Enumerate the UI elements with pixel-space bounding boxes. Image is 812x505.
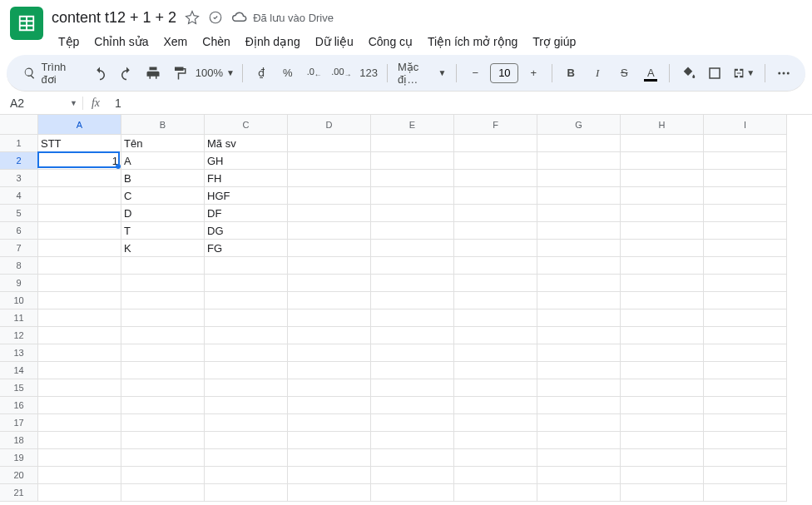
menu-tệp[interactable]: Tệp <box>52 32 86 52</box>
cell[interactable] <box>704 309 787 327</box>
cell[interactable] <box>537 187 621 205</box>
cell[interactable] <box>454 222 537 240</box>
increase-decimal-button[interactable]: .00→ <box>329 62 354 85</box>
cell[interactable] <box>621 292 704 309</box>
cell[interactable] <box>621 240 704 257</box>
cell[interactable] <box>371 170 454 187</box>
cell[interactable] <box>537 327 621 344</box>
cell[interactable] <box>454 467 537 484</box>
menu-định-dạng[interactable]: Định dạng <box>239 32 307 52</box>
row-header[interactable]: 2 <box>0 152 38 170</box>
sheets-logo[interactable] <box>10 7 43 40</box>
cell[interactable] <box>537 240 621 257</box>
cell[interactable] <box>288 222 371 240</box>
row-header[interactable]: 8 <box>0 257 38 275</box>
font-size-increase[interactable]: + <box>522 62 545 85</box>
cell[interactable]: Mã sv <box>205 135 288 152</box>
format-123-button[interactable]: 123 <box>357 62 380 85</box>
cell[interactable] <box>454 170 537 187</box>
cell[interactable] <box>704 397 787 414</box>
menu-dữ-liệu[interactable]: Dữ liệu <box>309 32 360 52</box>
cell[interactable] <box>288 362 371 379</box>
cell[interactable] <box>38 170 121 187</box>
cell[interactable] <box>454 205 537 222</box>
cell[interactable] <box>621 170 704 187</box>
cell[interactable]: T <box>121 222 205 240</box>
cell[interactable] <box>38 362 121 379</box>
cell[interactable] <box>121 484 205 502</box>
cell[interactable] <box>205 379 288 397</box>
row-header[interactable]: 3 <box>0 170 38 187</box>
name-box[interactable] <box>5 95 65 111</box>
menu-công-cụ[interactable]: Công cụ <box>362 32 419 52</box>
cell[interactable] <box>371 152 454 170</box>
cell[interactable]: FH <box>205 170 288 187</box>
column-header[interactable]: G <box>537 115 621 135</box>
cell[interactable] <box>621 135 704 152</box>
cell[interactable] <box>371 292 454 309</box>
cell[interactable] <box>38 327 121 344</box>
cell[interactable] <box>121 344 205 362</box>
cell[interactable] <box>205 344 288 362</box>
cell[interactable] <box>621 449 704 467</box>
fill-color-button[interactable] <box>676 62 700 85</box>
bold-button[interactable]: B <box>559 62 582 85</box>
redo-button[interactable] <box>115 62 138 85</box>
cell[interactable] <box>121 309 205 327</box>
cell[interactable] <box>121 275 205 292</box>
cell[interactable]: D <box>121 205 205 222</box>
row-header[interactable]: 20 <box>0 467 38 484</box>
cell[interactable] <box>537 205 621 222</box>
cell[interactable] <box>537 257 621 275</box>
row-header[interactable]: 13 <box>0 344 38 362</box>
cell[interactable] <box>454 135 537 152</box>
cell[interactable] <box>121 432 205 449</box>
cell[interactable] <box>121 257 205 275</box>
cell[interactable] <box>205 275 288 292</box>
document-title[interactable]: content t12 + 1 + 2 <box>52 9 176 27</box>
cell[interactable] <box>288 187 371 205</box>
column-header[interactable]: A <box>38 115 121 135</box>
cell[interactable]: GH <box>205 152 288 170</box>
column-header[interactable]: B <box>121 115 205 135</box>
cell[interactable]: Tên <box>121 135 205 152</box>
cell[interactable] <box>288 309 371 327</box>
cell[interactable] <box>537 449 621 467</box>
cell[interactable] <box>454 257 537 275</box>
cell[interactable] <box>704 222 787 240</box>
paint-format-button[interactable] <box>168 62 191 85</box>
column-header[interactable]: I <box>704 115 787 135</box>
cell[interactable] <box>454 449 537 467</box>
cell[interactable]: A <box>121 152 205 170</box>
merge-cells-button[interactable]: ▼ <box>730 62 758 85</box>
cell[interactable] <box>288 467 371 484</box>
text-color-button[interactable]: A <box>639 62 662 85</box>
cell[interactable] <box>537 379 621 397</box>
cell[interactable] <box>621 344 704 362</box>
cell[interactable] <box>121 379 205 397</box>
borders-button[interactable] <box>703 62 726 85</box>
cell[interactable] <box>371 467 454 484</box>
cell[interactable] <box>38 309 121 327</box>
decrease-decimal-button[interactable]: .0← <box>303 62 326 85</box>
cell[interactable] <box>454 432 537 449</box>
cell[interactable] <box>621 309 704 327</box>
cell[interactable]: DF <box>205 205 288 222</box>
cell[interactable] <box>704 484 787 502</box>
row-header[interactable]: 5 <box>0 205 38 222</box>
cell[interactable] <box>621 362 704 379</box>
cell[interactable] <box>371 484 454 502</box>
cell[interactable] <box>621 397 704 414</box>
cell[interactable] <box>371 379 454 397</box>
column-header[interactable]: D <box>288 115 371 135</box>
cell[interactable] <box>704 327 787 344</box>
name-box-dropdown[interactable]: ▼ <box>65 99 82 107</box>
cell[interactable]: FG <box>205 240 288 257</box>
cell[interactable] <box>537 344 621 362</box>
cell[interactable] <box>288 240 371 257</box>
cell[interactable] <box>371 275 454 292</box>
column-header[interactable]: C <box>205 115 288 135</box>
cell[interactable] <box>537 135 621 152</box>
row-header[interactable]: 9 <box>0 275 38 292</box>
cell[interactable] <box>371 205 454 222</box>
